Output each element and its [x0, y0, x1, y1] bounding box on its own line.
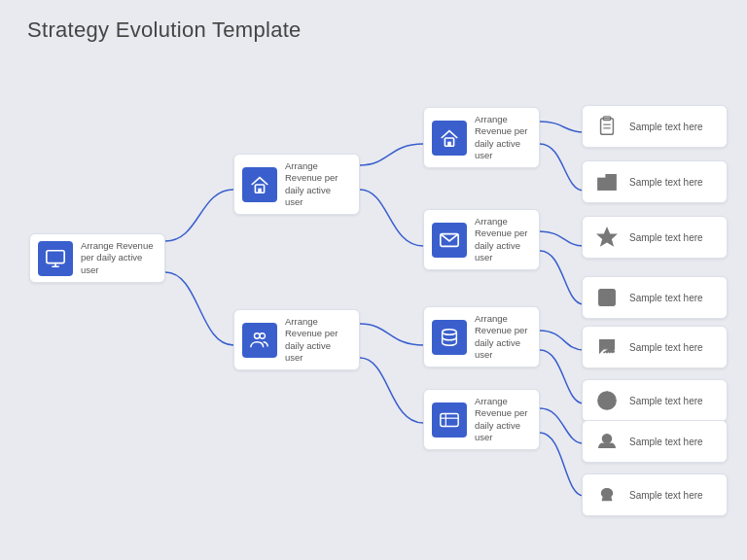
leaf7-text: Sample text here — [629, 437, 703, 447]
svg-rect-0 — [47, 250, 64, 262]
branch3-node[interactable]: Arrange Revenue per daily active user — [423, 306, 540, 368]
database-svg — [439, 327, 460, 348]
target-svg — [596, 390, 618, 411]
monitor-svg — [45, 248, 66, 269]
leaf4-card[interactable]: Sample text here — [582, 276, 728, 319]
leaf8-text: Sample text here — [629, 490, 703, 501]
people-svg — [249, 330, 270, 351]
head-svg — [596, 431, 618, 452]
branch4-svg — [439, 409, 460, 431]
leaf5-text: Sample text here — [629, 342, 703, 353]
leaf6-card[interactable]: Sample text here — [582, 379, 728, 422]
branch3-label: Arrange Revenue per daily active user — [475, 313, 531, 361]
checklist-svg — [596, 287, 618, 308]
svg-point-29 — [605, 399, 609, 402]
leaf2-icon — [592, 167, 622, 196]
chat-svg — [596, 336, 618, 358]
leaf6-text: Sample text here — [629, 396, 703, 406]
branch1-icon — [432, 121, 467, 156]
page-title: Strategy Evolution Template — [27, 18, 302, 43]
house-svg — [249, 174, 270, 195]
leaf5-icon — [592, 332, 622, 362]
leaf6-icon — [592, 386, 622, 415]
branch3-icon — [432, 320, 467, 355]
svg-point-4 — [260, 332, 266, 338]
leaf1-text: Sample text here — [629, 122, 703, 132]
branch4-node[interactable]: Arrange Revenue per daily active user — [423, 389, 540, 450]
svg-rect-6 — [447, 141, 451, 146]
mid1-label: Arrange Revenue per daily active user — [285, 160, 351, 208]
branch2-node[interactable]: Arrange Revenue per daily active user — [423, 209, 540, 270]
svg-point-3 — [255, 332, 261, 338]
buildings-svg — [596, 171, 618, 192]
mid1-node[interactable]: Arrange Revenue per daily active user — [233, 154, 360, 215]
root-node[interactable]: Arrange Revenue per daily active user — [29, 233, 165, 283]
branch2-icon — [432, 223, 467, 258]
svg-rect-2 — [258, 188, 262, 192]
branch1-svg — [439, 127, 460, 149]
branch1-label: Arrange Revenue per daily active user — [475, 114, 531, 161]
leaf1-card[interactable]: Sample text here — [582, 105, 728, 148]
mid2-icon — [242, 323, 277, 358]
root-label: Arrange Revenue per daily active user — [81, 240, 157, 276]
root-icon — [38, 241, 73, 276]
mid2-node[interactable]: Arrange Revenue per daily active user — [233, 309, 360, 370]
mid1-icon — [242, 167, 277, 202]
svg-rect-9 — [441, 413, 458, 426]
leaf2-text: Sample text here — [629, 177, 703, 188]
leaf8-card[interactable]: Sample text here — [582, 473, 728, 516]
leaf2-card[interactable]: Sample text here — [582, 160, 728, 203]
svg-marker-22 — [598, 228, 616, 245]
branch2-label: Arrange Revenue per daily active user — [475, 216, 531, 263]
brain-svg — [596, 484, 618, 506]
svg-rect-17 — [606, 175, 616, 191]
clipboard-svg — [596, 116, 618, 137]
branch1-node[interactable]: Arrange Revenue per daily active user — [423, 107, 540, 168]
svg-rect-23 — [599, 290, 616, 306]
leaf3-icon — [592, 223, 622, 252]
leaf8-icon — [592, 480, 622, 509]
leaf7-icon — [592, 427, 622, 456]
branch4-icon — [432, 402, 467, 438]
leaf5-card[interactable]: Sample text here — [582, 326, 728, 368]
branch4-label: Arrange Revenue per daily active user — [475, 396, 531, 443]
leaf4-text: Sample text here — [629, 293, 703, 303]
leaf4-icon — [592, 283, 622, 312]
leaf7-card[interactable]: Sample text here — [582, 420, 728, 463]
envelope-svg — [439, 229, 460, 251]
svg-point-8 — [443, 329, 457, 334]
star-svg — [596, 227, 618, 248]
mid2-label: Arrange Revenue per daily active user — [285, 316, 351, 364]
leaf1-icon — [592, 112, 622, 141]
leaf3-card[interactable]: Sample text here — [582, 216, 728, 259]
leaf3-text: Sample text here — [629, 232, 703, 243]
